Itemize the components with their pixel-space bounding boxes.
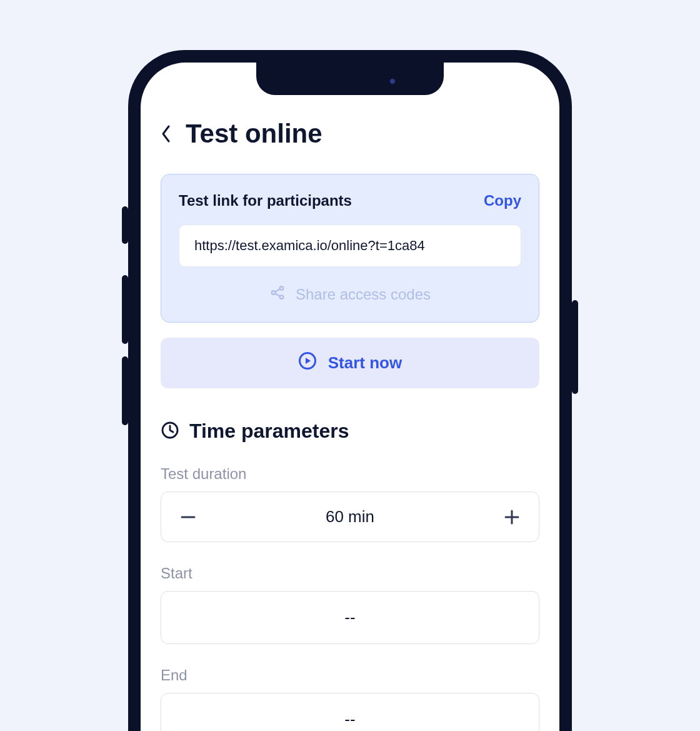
share-access-codes-button[interactable]: Share access codes: [179, 285, 521, 305]
test-link-title: Test link for participants: [179, 192, 352, 209]
phone-notch: [256, 63, 444, 95]
phone-side-button: [122, 356, 128, 425]
phone-frame: Test online Test link for participants C…: [128, 50, 572, 731]
phone-side-button: [122, 206, 128, 244]
page-header: Test online: [161, 119, 539, 149]
end-value-field[interactable]: --: [161, 693, 539, 731]
time-parameters-header: Time parameters: [161, 420, 539, 443]
phone-screen: Test online Test link for participants C…: [141, 63, 559, 731]
start-now-label: Start now: [328, 353, 402, 373]
duration-value: 60 min: [326, 507, 374, 527]
svg-line-4: [275, 293, 280, 296]
play-circle-icon: [298, 351, 317, 375]
svg-point-0: [272, 291, 276, 295]
test-duration-label: Test duration: [161, 465, 539, 483]
duration-decrement-button[interactable]: [179, 508, 198, 527]
page-title: Test online: [186, 119, 322, 149]
duration-increment-button[interactable]: [502, 508, 521, 527]
phone-side-button: [572, 300, 578, 394]
start-now-button[interactable]: Start now: [161, 338, 539, 388]
start-value-field[interactable]: --: [161, 591, 539, 644]
time-parameters-title: Time parameters: [189, 420, 349, 443]
clock-icon: [161, 421, 179, 442]
svg-line-3: [275, 289, 280, 292]
test-link-card: Test link for participants Copy https://…: [161, 174, 539, 323]
end-label: End: [161, 667, 539, 684]
start-label: Start: [161, 565, 539, 582]
back-icon[interactable]: [161, 124, 172, 143]
test-link-url[interactable]: https://test.examica.io/online?t=1ca84: [179, 224, 521, 267]
copy-button[interactable]: Copy: [484, 192, 521, 209]
share-icon: [269, 285, 286, 305]
duration-stepper: 60 min: [161, 492, 539, 542]
share-label: Share access codes: [296, 286, 431, 303]
phone-side-button: [122, 275, 128, 344]
